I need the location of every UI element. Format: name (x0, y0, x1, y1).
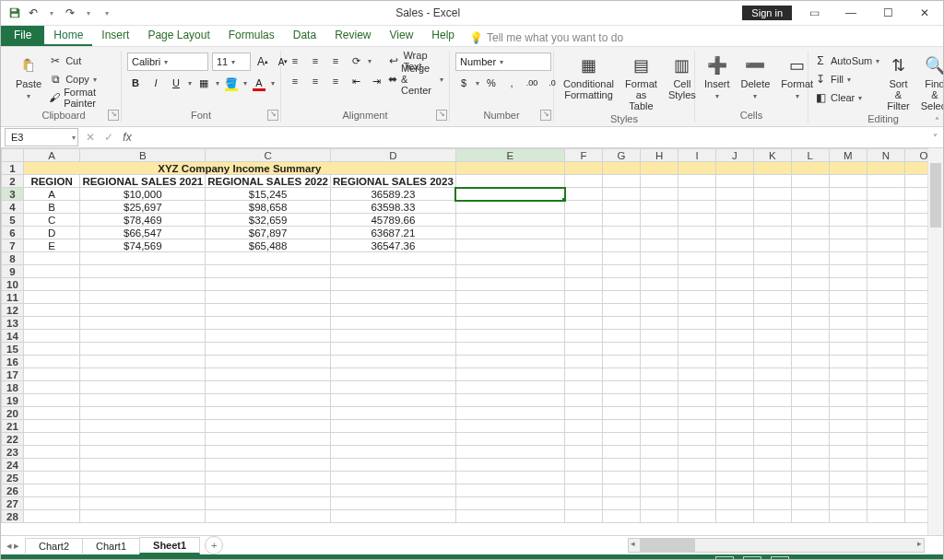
cell[interactable] (565, 368, 603, 381)
row-header[interactable]: 8 (2, 252, 24, 265)
cell[interactable] (829, 368, 867, 381)
cell[interactable] (678, 278, 716, 291)
cell[interactable] (829, 175, 867, 188)
cell[interactable] (641, 407, 678, 420)
cell[interactable] (565, 304, 603, 317)
chevron-down-icon[interactable]: ▾ (368, 57, 372, 65)
cell[interactable] (791, 446, 829, 459)
sheet-tab-sheet1[interactable]: Sheet1 (139, 537, 200, 554)
cell[interactable] (641, 446, 678, 459)
cell[interactable] (753, 278, 791, 291)
underline-button[interactable]: U (168, 75, 184, 91)
cell[interactable] (715, 484, 753, 497)
signin-button[interactable]: Sign in (742, 6, 792, 20)
cell[interactable] (23, 484, 80, 497)
cell[interactable] (455, 381, 564, 394)
cell[interactable]: $10,000 (80, 188, 206, 201)
font-name-select[interactable]: Calibri▾ (127, 52, 208, 71)
cell[interactable] (678, 497, 716, 510)
cell[interactable] (603, 317, 641, 330)
cell[interactable] (603, 446, 641, 459)
collapse-ribbon-icon[interactable]: ˄ (935, 116, 939, 126)
cell[interactable] (791, 394, 829, 407)
cell[interactable] (791, 368, 829, 381)
cell[interactable] (829, 330, 867, 343)
row-header[interactable]: 14 (2, 330, 24, 343)
cell[interactable] (23, 497, 80, 510)
horizontal-scrollbar[interactable]: ◂ ▸ (628, 538, 925, 553)
cell[interactable]: 36589.23 (331, 188, 456, 201)
cell[interactable] (753, 433, 791, 446)
cell[interactable] (791, 472, 829, 484)
cell[interactable] (565, 278, 603, 291)
undo-dd-icon[interactable]: ▾ (45, 6, 58, 19)
cell[interactable] (715, 420, 753, 433)
column-header[interactable]: L (791, 149, 829, 162)
column-header[interactable]: I (678, 149, 716, 162)
cell[interactable] (715, 368, 753, 381)
cell[interactable] (791, 484, 829, 497)
normal-view-icon[interactable]: ▦ (715, 556, 734, 560)
cell[interactable] (641, 252, 678, 265)
cell[interactable] (867, 291, 904, 304)
cell[interactable] (565, 291, 603, 304)
cell[interactable] (331, 433, 456, 446)
percent-format-icon[interactable]: % (483, 75, 500, 91)
cell[interactable] (80, 459, 206, 472)
row-header[interactable]: 22 (2, 433, 24, 446)
cell[interactable] (641, 317, 678, 330)
cell[interactable] (641, 356, 678, 368)
cell[interactable] (678, 472, 716, 484)
cell[interactable] (331, 317, 456, 330)
cell[interactable] (678, 227, 716, 239)
column-header[interactable]: M (829, 149, 867, 162)
cell[interactable] (565, 343, 603, 356)
cell[interactable]: B (23, 201, 80, 214)
cell[interactable] (23, 381, 80, 394)
cell[interactable] (867, 175, 904, 188)
cell[interactable] (331, 459, 456, 472)
enter-formula-icon[interactable]: ✓ (102, 131, 115, 144)
cell[interactable] (641, 188, 678, 201)
cell[interactable] (829, 484, 867, 497)
cell[interactable] (791, 214, 829, 227)
cell[interactable] (455, 343, 564, 356)
cell[interactable] (715, 304, 753, 317)
header-cell[interactable]: REGIONAL SALES 2021 (80, 175, 206, 188)
cell[interactable] (206, 265, 331, 278)
cell[interactable] (206, 497, 331, 510)
cell[interactable] (603, 420, 641, 433)
chevron-down-icon[interactable]: ▾ (476, 79, 479, 88)
borders-button[interactable]: ▦ (195, 75, 212, 91)
cell[interactable] (641, 394, 678, 407)
cell[interactable] (867, 446, 904, 459)
cell[interactable] (678, 484, 716, 497)
cell[interactable] (331, 330, 456, 343)
tell-me[interactable]: 💡 Tell me what you want to do (469, 26, 623, 46)
name-box[interactable]: E3▾ (5, 128, 78, 146)
cell[interactable] (455, 201, 564, 214)
cell[interactable] (678, 304, 716, 317)
cell[interactable] (565, 239, 603, 252)
cell[interactable] (565, 394, 603, 407)
cell[interactable] (715, 459, 753, 472)
cell[interactable] (829, 446, 867, 459)
cell[interactable] (603, 459, 641, 472)
cell[interactable] (678, 188, 716, 201)
cell[interactable]: $65,488 (206, 239, 331, 252)
cancel-formula-icon[interactable]: ✕ (84, 131, 97, 144)
cell[interactable] (80, 446, 206, 459)
page-layout-view-icon[interactable]: ▥ (743, 556, 761, 560)
cell[interactable] (565, 433, 603, 446)
cell[interactable] (678, 420, 716, 433)
cell[interactable] (829, 278, 867, 291)
cell[interactable] (791, 239, 829, 252)
cell[interactable] (331, 497, 456, 510)
cell[interactable] (753, 227, 791, 239)
cell[interactable]: $66,547 (80, 227, 206, 239)
title-cell[interactable]: XYZ Company Income Summary (23, 162, 455, 175)
cell[interactable] (715, 510, 753, 523)
cell[interactable] (565, 188, 603, 201)
qat-customize-icon[interactable]: ▾ (100, 6, 113, 19)
cell[interactable] (715, 265, 753, 278)
